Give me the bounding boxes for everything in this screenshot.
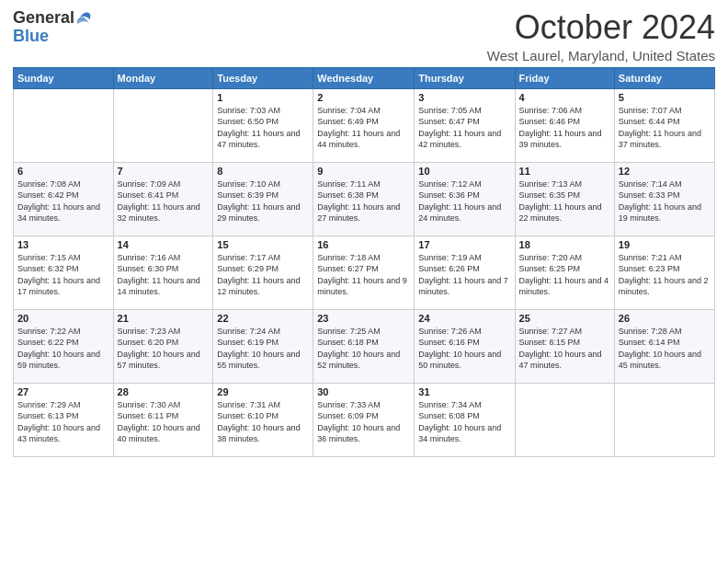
calendar-week-row: 20Sunrise: 7:22 AMSunset: 6:22 PMDayligh… — [14, 309, 715, 383]
calendar-week-row: 6Sunrise: 7:08 AMSunset: 6:42 PMDaylight… — [14, 162, 715, 236]
day-number: 20 — [17, 313, 109, 324]
day-info: Sunrise: 7:05 AMSunset: 6:47 PMDaylight:… — [418, 105, 510, 151]
calendar-cell — [113, 88, 213, 162]
day-info: Sunrise: 7:29 AMSunset: 6:13 PMDaylight:… — [17, 399, 109, 445]
weekday-header-thursday: Thursday — [415, 67, 515, 88]
day-info: Sunrise: 7:04 AMSunset: 6:49 PMDaylight:… — [317, 105, 410, 151]
day-number: 3 — [418, 92, 510, 103]
day-info: Sunrise: 7:03 AMSunset: 6:50 PMDaylight:… — [217, 105, 309, 151]
day-number: 11 — [519, 166, 610, 177]
day-number: 5 — [619, 92, 711, 103]
day-info: Sunrise: 7:13 AMSunset: 6:35 PMDaylight:… — [519, 178, 610, 224]
day-number: 19 — [619, 239, 711, 250]
day-info: Sunrise: 7:26 AMSunset: 6:16 PMDaylight:… — [418, 326, 510, 372]
logo-bird-icon — [76, 10, 93, 27]
day-info: Sunrise: 7:31 AMSunset: 6:10 PMDaylight:… — [217, 399, 309, 445]
weekday-header-tuesday: Tuesday — [213, 67, 313, 88]
calendar-cell: 15Sunrise: 7:17 AMSunset: 6:29 PMDayligh… — [213, 236, 313, 309]
day-number: 13 — [17, 239, 109, 250]
day-number: 12 — [619, 166, 711, 177]
day-info: Sunrise: 7:14 AMSunset: 6:33 PMDaylight:… — [619, 178, 711, 224]
day-number: 21 — [118, 313, 210, 324]
calendar-cell: 19Sunrise: 7:21 AMSunset: 6:23 PMDayligh… — [614, 236, 714, 309]
location-title: West Laurel, Maryland, United States — [487, 48, 715, 63]
day-info: Sunrise: 7:08 AMSunset: 6:42 PMDaylight:… — [17, 178, 109, 224]
day-info: Sunrise: 7:23 AMSunset: 6:20 PMDaylight:… — [118, 326, 210, 372]
calendar-cell: 22Sunrise: 7:24 AMSunset: 6:19 PMDayligh… — [213, 309, 313, 383]
calendar-cell: 8Sunrise: 7:10 AMSunset: 6:39 PMDaylight… — [213, 162, 313, 236]
calendar-cell: 29Sunrise: 7:31 AMSunset: 6:10 PMDayligh… — [213, 383, 313, 456]
calendar-cell: 5Sunrise: 7:07 AMSunset: 6:44 PMDaylight… — [614, 88, 714, 162]
day-info: Sunrise: 7:20 AMSunset: 6:25 PMDaylight:… — [519, 252, 610, 298]
calendar-cell: 9Sunrise: 7:11 AMSunset: 6:38 PMDaylight… — [313, 162, 415, 236]
calendar-cell: 18Sunrise: 7:20 AMSunset: 6:25 PMDayligh… — [515, 236, 614, 309]
calendar-cell — [614, 383, 714, 456]
day-number: 26 — [619, 313, 711, 324]
day-info: Sunrise: 7:33 AMSunset: 6:09 PMDaylight:… — [317, 399, 410, 445]
calendar-cell: 20Sunrise: 7:22 AMSunset: 6:22 PMDayligh… — [14, 309, 114, 383]
day-number: 10 — [418, 166, 510, 177]
calendar-cell: 31Sunrise: 7:34 AMSunset: 6:08 PMDayligh… — [415, 383, 515, 456]
calendar-cell: 6Sunrise: 7:08 AMSunset: 6:42 PMDaylight… — [14, 162, 114, 236]
day-info: Sunrise: 7:06 AMSunset: 6:46 PMDaylight:… — [519, 105, 610, 151]
logo-general: General — [13, 9, 74, 28]
calendar-cell: 25Sunrise: 7:27 AMSunset: 6:15 PMDayligh… — [515, 309, 614, 383]
calendar-cell: 4Sunrise: 7:06 AMSunset: 6:46 PMDaylight… — [515, 88, 614, 162]
weekday-header-sunday: Sunday — [14, 67, 114, 88]
day-number: 28 — [118, 386, 210, 397]
day-info: Sunrise: 7:07 AMSunset: 6:44 PMDaylight:… — [619, 105, 711, 151]
day-number: 1 — [217, 92, 309, 103]
day-info: Sunrise: 7:09 AMSunset: 6:41 PMDaylight:… — [118, 178, 210, 224]
day-number: 16 — [317, 239, 410, 250]
day-info: Sunrise: 7:16 AMSunset: 6:30 PMDaylight:… — [118, 252, 210, 298]
calendar-cell: 3Sunrise: 7:05 AMSunset: 6:47 PMDaylight… — [415, 88, 515, 162]
day-info: Sunrise: 7:21 AMSunset: 6:23 PMDaylight:… — [619, 252, 711, 298]
day-info: Sunrise: 7:22 AMSunset: 6:22 PMDaylight:… — [17, 326, 109, 372]
day-info: Sunrise: 7:27 AMSunset: 6:15 PMDaylight:… — [519, 326, 610, 372]
calendar-cell: 23Sunrise: 7:25 AMSunset: 6:18 PMDayligh… — [313, 309, 415, 383]
day-number: 15 — [217, 239, 309, 250]
calendar-cell — [14, 88, 114, 162]
calendar-cell: 1Sunrise: 7:03 AMSunset: 6:50 PMDaylight… — [213, 88, 313, 162]
day-info: Sunrise: 7:30 AMSunset: 6:11 PMDaylight:… — [118, 399, 210, 445]
day-number: 22 — [217, 313, 309, 324]
weekday-header-row: SundayMondayTuesdayWednesdayThursdayFrid… — [14, 67, 715, 88]
calendar-cell: 24Sunrise: 7:26 AMSunset: 6:16 PMDayligh… — [415, 309, 515, 383]
calendar-cell: 14Sunrise: 7:16 AMSunset: 6:30 PMDayligh… — [113, 236, 213, 309]
day-info: Sunrise: 7:34 AMSunset: 6:08 PMDaylight:… — [418, 399, 510, 445]
day-number: 2 — [317, 92, 410, 103]
day-number: 29 — [217, 386, 309, 397]
day-info: Sunrise: 7:10 AMSunset: 6:39 PMDaylight:… — [217, 178, 309, 224]
calendar-cell: 17Sunrise: 7:19 AMSunset: 6:26 PMDayligh… — [415, 236, 515, 309]
day-number: 31 — [418, 386, 510, 397]
calendar-cell: 2Sunrise: 7:04 AMSunset: 6:49 PMDaylight… — [313, 88, 415, 162]
day-number: 4 — [519, 92, 610, 103]
header: General Blue October 2024 West Laurel, M… — [13, 9, 715, 63]
calendar-week-row: 1Sunrise: 7:03 AMSunset: 6:50 PMDaylight… — [14, 88, 715, 162]
calendar-cell: 28Sunrise: 7:30 AMSunset: 6:11 PMDayligh… — [113, 383, 213, 456]
day-number: 30 — [317, 386, 410, 397]
calendar-cell: 7Sunrise: 7:09 AMSunset: 6:41 PMDaylight… — [113, 162, 213, 236]
weekday-header-saturday: Saturday — [614, 67, 714, 88]
day-info: Sunrise: 7:19 AMSunset: 6:26 PMDaylight:… — [418, 252, 510, 298]
day-number: 24 — [418, 313, 510, 324]
page-container: General Blue October 2024 West Laurel, M… — [0, 0, 728, 465]
calendar-week-row: 27Sunrise: 7:29 AMSunset: 6:13 PMDayligh… — [14, 383, 715, 456]
title-block: October 2024 West Laurel, Maryland, Unit… — [487, 9, 715, 63]
month-title: October 2024 — [487, 9, 715, 46]
day-number: 9 — [317, 166, 410, 177]
day-number: 27 — [17, 386, 109, 397]
day-info: Sunrise: 7:24 AMSunset: 6:19 PMDaylight:… — [217, 326, 309, 372]
calendar-cell: 13Sunrise: 7:15 AMSunset: 6:32 PMDayligh… — [14, 236, 114, 309]
day-info: Sunrise: 7:28 AMSunset: 6:14 PMDaylight:… — [619, 326, 711, 372]
calendar-cell: 21Sunrise: 7:23 AMSunset: 6:20 PMDayligh… — [113, 309, 213, 383]
day-info: Sunrise: 7:12 AMSunset: 6:36 PMDaylight:… — [418, 178, 510, 224]
day-number: 18 — [519, 239, 610, 250]
weekday-header-friday: Friday — [515, 67, 614, 88]
calendar-cell: 27Sunrise: 7:29 AMSunset: 6:13 PMDayligh… — [14, 383, 114, 456]
calendar-cell: 10Sunrise: 7:12 AMSunset: 6:36 PMDayligh… — [415, 162, 515, 236]
calendar-cell: 11Sunrise: 7:13 AMSunset: 6:35 PMDayligh… — [515, 162, 614, 236]
weekday-header-monday: Monday — [113, 67, 213, 88]
day-number: 8 — [217, 166, 309, 177]
calendar-week-row: 13Sunrise: 7:15 AMSunset: 6:32 PMDayligh… — [14, 236, 715, 309]
